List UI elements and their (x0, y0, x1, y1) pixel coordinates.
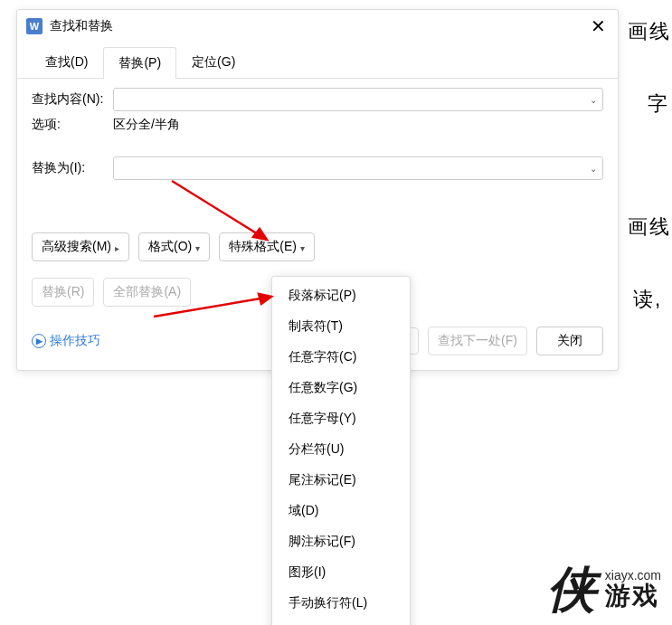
play-icon: ▶ (32, 334, 46, 348)
watermark-logo: 侠 (547, 565, 596, 614)
menu-item-any-letter[interactable]: 任意字母(Y) (272, 403, 410, 434)
special-format-menu: 段落标记(P) 制表符(T) 任意字符(C) 任意数字(G) 任意字母(Y) 分… (271, 276, 411, 625)
tab-find[interactable]: 查找(D) (30, 46, 103, 78)
toolbar-row-1: 高级搜索(M) 格式(O) 特殊格式(E) (17, 227, 618, 272)
menu-item-tab[interactable]: 制表符(T) (272, 311, 410, 342)
menu-item-any-digit[interactable]: 任意数字(G) (272, 373, 410, 403)
close-button[interactable]: 关闭 (536, 327, 603, 355)
watermark-name: 游戏 (605, 582, 661, 611)
menu-item-endnote-mark[interactable]: 尾注标记(E) (272, 465, 410, 496)
options-label: 选项: (32, 117, 113, 133)
bg-text-4: 读, (633, 286, 662, 313)
special-format-button[interactable]: 特殊格式(E) (219, 232, 315, 261)
tab-goto[interactable]: 定位(G) (176, 46, 251, 78)
options-text: 区分全/半角 (113, 117, 180, 133)
tabs: 查找(D) 替换(P) 定位(G) (17, 43, 618, 79)
find-input[interactable]: ⌄ (113, 88, 603, 111)
replace-input[interactable]: ⌄ (113, 156, 603, 180)
tab-replace[interactable]: 替换(P) (103, 47, 176, 79)
replace-all-button: 全部替换(A) (103, 278, 191, 307)
chevron-down-icon (300, 240, 305, 254)
titlebar: W 查找和替换 ✕ (17, 10, 618, 43)
menu-item-any-char[interactable]: 任意字符(C) (272, 342, 410, 373)
chevron-down-icon (195, 240, 200, 254)
form-area: 查找内容(N): ⌄ 选项: 区分全/半角 替换为(I): ⌄ (17, 79, 618, 200)
menu-item-graphic[interactable]: 图形(I) (272, 557, 410, 588)
menu-item-manual-line-break[interactable]: 手动换行符(L) (272, 588, 410, 619)
menu-item-manual-page-break[interactable]: 手动分页符(K) (272, 619, 410, 625)
watermark: 侠 xiayx.com 游戏 (547, 565, 661, 614)
find-next-button: 查找下一处(F) (428, 327, 527, 355)
menu-item-paragraph-mark[interactable]: 段落标记(P) (272, 280, 410, 311)
chevron-down-icon: ⌄ (590, 95, 597, 105)
replace-button: 替换(R) (32, 278, 94, 307)
menu-item-column-break[interactable]: 分栏符(U) (272, 434, 410, 465)
menu-item-footnote-mark[interactable]: 脚注标记(F) (272, 526, 410, 557)
watermark-url: xiayx.com (605, 569, 661, 582)
bg-text-1: 画线 (628, 18, 671, 45)
bg-text-3: 画线 (628, 213, 671, 241)
find-label: 查找内容(N): (32, 91, 113, 108)
advanced-search-button[interactable]: 高级搜索(M) (32, 232, 129, 261)
close-icon[interactable]: ✕ (587, 15, 609, 37)
replace-label: 替换为(I): (32, 160, 113, 176)
chevron-right-icon (115, 240, 119, 254)
chevron-down-icon: ⌄ (590, 164, 597, 174)
app-icon: W (26, 18, 43, 34)
bg-text-2: 字 (648, 90, 669, 118)
dialog-title: 查找和替换 (50, 18, 587, 34)
tips-link[interactable]: ▶ 操作技巧 (32, 333, 100, 349)
format-button[interactable]: 格式(O) (138, 232, 210, 261)
menu-item-field[interactable]: 域(D) (272, 496, 410, 526)
